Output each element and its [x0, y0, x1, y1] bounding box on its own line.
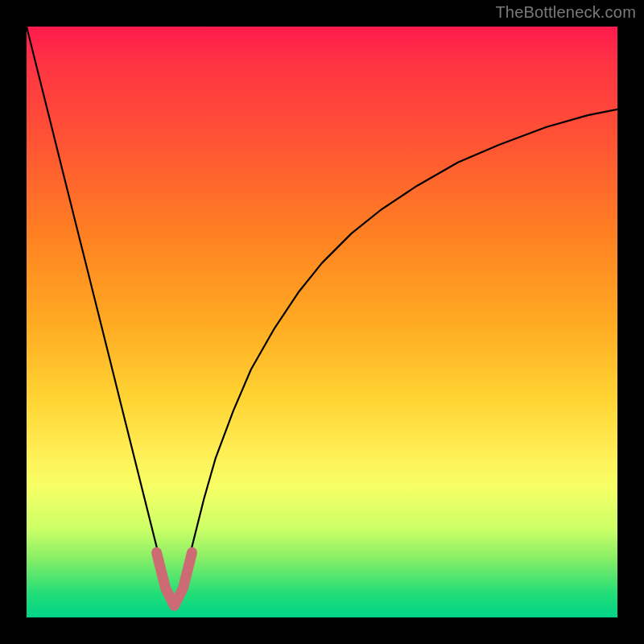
curve-layer [27, 27, 617, 617]
bottleneck-curve [27, 27, 617, 605]
watermark-text: TheBottleneck.com [495, 3, 636, 22]
plot-area [27, 27, 617, 617]
accent-minimum [157, 552, 192, 605]
chart-frame: TheBottleneck.com [0, 0, 644, 644]
